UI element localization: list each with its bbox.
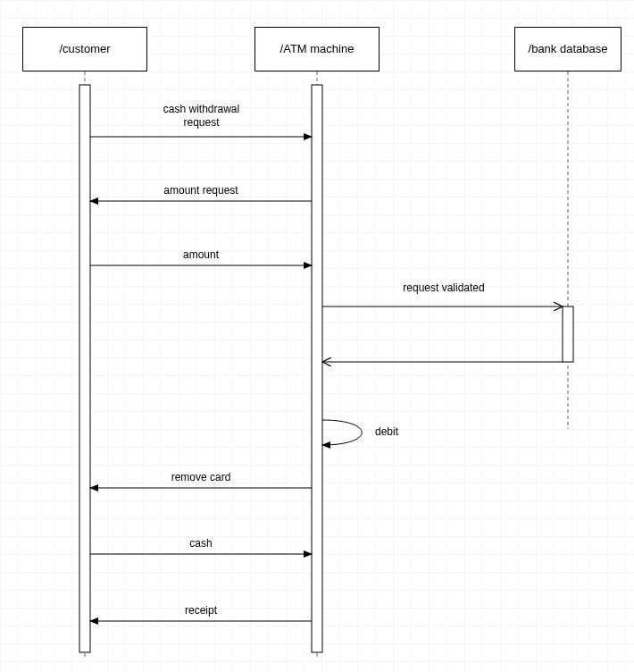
activation-bank xyxy=(563,307,573,362)
label-debit: debit xyxy=(375,425,429,439)
arrow-debit-self xyxy=(322,420,362,445)
label-amount: amount xyxy=(147,248,254,262)
label-cash: cash xyxy=(147,537,254,550)
activation-customer xyxy=(79,85,90,652)
label-remove-card: remove card xyxy=(147,471,254,484)
label-request-validated: request validated xyxy=(386,281,502,295)
diagram-svg xyxy=(0,0,634,672)
label-amount-request: amount request xyxy=(147,184,254,197)
label-receipt: receipt xyxy=(147,604,254,617)
label-cash-withdrawal-request: cash withdrawal request xyxy=(150,103,253,130)
diagram-canvas: /customer /ATM machine /bank database xyxy=(0,0,634,672)
activation-atm xyxy=(312,85,322,652)
